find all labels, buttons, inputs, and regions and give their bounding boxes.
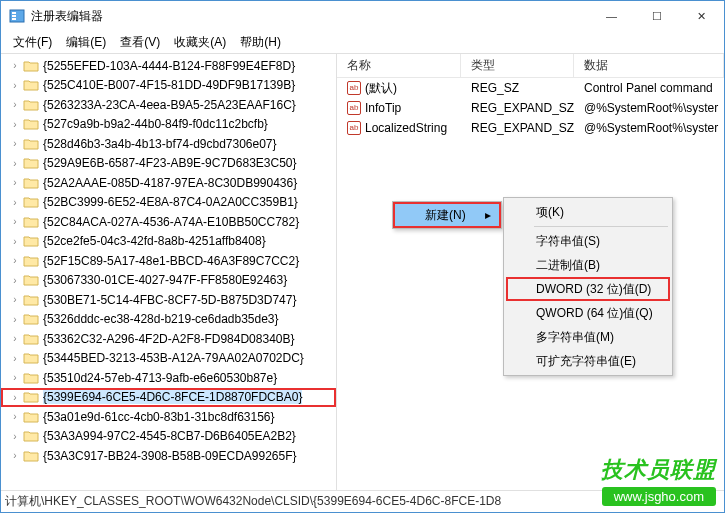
tree-label: {527c9a9b-b9a2-44b0-84f9-f0dc11c2bcfb}	[43, 117, 268, 131]
tree-item[interactable]: ›{527c9a9b-b9a2-44b0-84f9-f0dc11c2bcfb}	[1, 115, 336, 135]
window-title: 注册表编辑器	[31, 8, 589, 25]
expand-icon[interactable]: ›	[9, 197, 21, 208]
expand-icon[interactable]: ›	[9, 80, 21, 91]
column-data[interactable]: 数据	[574, 54, 724, 77]
tree-item[interactable]: ›{530BE71-5C14-4FBC-8CF7-5D-B875D3D747}	[1, 290, 336, 310]
tree-item[interactable]: ›{52F15C89-5A17-48e1-BBCD-46A3F89C7CC2}	[1, 251, 336, 271]
menubar: 文件(F) 编辑(E) 查看(V) 收藏夹(A) 帮助(H)	[1, 31, 724, 53]
tree-label: {53a01e9d-61cc-4cb0-83b1-31bc8df63156}	[43, 410, 275, 424]
column-name[interactable]: 名称	[337, 54, 461, 77]
menu-favorites[interactable]: 收藏夹(A)	[168, 32, 232, 53]
tree-item[interactable]: ›{5255EFED-103A-4444-B124-F88F99E4EF8D}	[1, 56, 336, 76]
submenu-expand[interactable]: 可扩充字符串值(E)	[506, 349, 670, 373]
tree-item[interactable]: ›{53A3C917-BB24-3908-B58B-09ECDA99265F}	[1, 446, 336, 466]
expand-icon[interactable]: ›	[9, 216, 21, 227]
context-menu-new: 新建(N) ▸	[392, 201, 502, 229]
list-panel: 名称 类型 数据 ab(默认)REG_SZControl Panel comma…	[337, 54, 724, 490]
expand-icon[interactable]: ›	[9, 333, 21, 344]
expand-icon[interactable]: ›	[9, 353, 21, 364]
tree-item[interactable]: ›{5263233A-23CA-4eea-B9A5-25A23EAAF16C}	[1, 95, 336, 115]
close-button[interactable]: ✕	[679, 1, 724, 31]
value-name: LocalizedString	[365, 121, 447, 135]
menu-edit[interactable]: 编辑(E)	[60, 32, 112, 53]
tree-label: {52C84ACA-027A-4536-A74A-E10BB50CC782}	[43, 215, 299, 229]
string-value-icon: ab	[347, 81, 361, 95]
submenu-dword[interactable]: DWORD (32 位)值(D)	[506, 277, 670, 301]
list-row[interactable]: abLocalizedStringREG_EXPAND_SZ@%SystemRo…	[337, 118, 724, 138]
tree-item[interactable]: ›{53510d24-57eb-4713-9afb-e6e60530b87e}	[1, 368, 336, 388]
column-type[interactable]: 类型	[461, 54, 574, 77]
value-name: InfoTip	[365, 101, 401, 115]
expand-icon[interactable]: ›	[9, 392, 21, 403]
tree-label: {529A9E6B-6587-4F23-AB9E-9C7D683E3C50}	[43, 156, 297, 170]
tree-item[interactable]: ›{52BC3999-6E52-4E8A-87C4-0A2A0CC359B1}	[1, 193, 336, 213]
tree-item[interactable]: ›{525C410E-B007-4F15-81DD-49DF9B17139B}	[1, 76, 336, 96]
tree-label: {52BC3999-6E52-4E8A-87C4-0A2A0CC359B1}	[43, 195, 298, 209]
value-type: REG_EXPAND_SZ	[461, 121, 574, 135]
expand-icon[interactable]: ›	[9, 275, 21, 286]
tree-label: {5399E694-6CE5-4D6C-8FCE-1D8870FDCBA0}	[43, 390, 302, 404]
submenu-multi[interactable]: 多字符串值(M)	[506, 325, 670, 349]
tree-item[interactable]: ›{53362C32-A296-4F2D-A2F8-FD984D08340B}	[1, 329, 336, 349]
tree-label: {53067330-01CE-4027-947F-FF8580E92463}	[43, 273, 287, 287]
expand-icon[interactable]: ›	[9, 138, 21, 149]
menu-divider	[534, 226, 668, 227]
submenu-binary[interactable]: 二进制值(B)	[506, 253, 670, 277]
menu-file[interactable]: 文件(F)	[7, 32, 58, 53]
expand-icon[interactable]: ›	[9, 177, 21, 188]
maximize-button[interactable]: ☐	[634, 1, 679, 31]
tree-item[interactable]: ›{53445BED-3213-453B-A12A-79AA02A0702DC}	[1, 349, 336, 369]
tree-label: {5326dddc-ec38-428d-b219-ce6dadb35de3}	[43, 312, 279, 326]
tree-label: {52F15C89-5A17-48e1-BBCD-46A3F89C7CC2}	[43, 254, 299, 268]
tree-panel: ›{5255EFED-103A-4444-B124-F88F99E4EF8D}›…	[1, 54, 337, 490]
chevron-right-icon: ▸	[485, 208, 491, 222]
submenu-key[interactable]: 项(K)	[506, 200, 670, 224]
value-data: @%SystemRoot%\syster	[574, 121, 724, 135]
tree-label: {530BE71-5C14-4FBC-8CF7-5D-B875D3D747}	[43, 293, 296, 307]
tree-item[interactable]: ›{52A2AAAE-085D-4187-97EA-8C30DB990436}	[1, 173, 336, 193]
app-icon	[9, 8, 25, 24]
string-value-icon: ab	[347, 121, 361, 135]
menu-help[interactable]: 帮助(H)	[234, 32, 287, 53]
tree-item[interactable]: ›{5326dddc-ec38-428d-b219-ce6dadb35de3}	[1, 310, 336, 330]
tree-label: {53A3C917-BB24-3908-B58B-09ECDA99265F}	[43, 449, 297, 463]
tree-item[interactable]: ›{53067330-01CE-4027-947F-FF8580E92463}	[1, 271, 336, 291]
tree-item[interactable]: ›{529A9E6B-6587-4F23-AB9E-9C7D683E3C50}	[1, 154, 336, 174]
expand-icon[interactable]: ›	[9, 236, 21, 247]
expand-icon[interactable]: ›	[9, 60, 21, 71]
statusbar: 计算机\HKEY_CLASSES_ROOT\WOW6432Node\CLSID\…	[1, 490, 724, 512]
tree-item[interactable]: ›{5399E694-6CE5-4D6C-8FCE-1D8870FDCBA0}	[1, 388, 336, 408]
tree-label: {5263233A-23CA-4eea-B9A5-25A23EAAF16C}	[43, 98, 296, 112]
list-row[interactable]: abInfoTipREG_EXPAND_SZ@%SystemRoot%\syst…	[337, 98, 724, 118]
list-row[interactable]: ab(默认)REG_SZControl Panel command	[337, 78, 724, 98]
submenu-string[interactable]: 字符串值(S)	[506, 229, 670, 253]
expand-icon[interactable]: ›	[9, 450, 21, 461]
expand-icon[interactable]: ›	[9, 411, 21, 422]
tree-item[interactable]: ›{528d46b3-3a4b-4b13-bf74-d9cbd7306e07}	[1, 134, 336, 154]
expand-icon[interactable]: ›	[9, 294, 21, 305]
tree-item[interactable]: ›{52ce2fe5-04c3-42fd-8a8b-4251affb8408}	[1, 232, 336, 252]
menu-view[interactable]: 查看(V)	[114, 32, 166, 53]
tree-label: {5255EFED-103A-4444-B124-F88F99E4EF8D}	[43, 59, 295, 73]
value-type: REG_SZ	[461, 81, 574, 95]
expand-icon[interactable]: ›	[9, 431, 21, 442]
submenu-qword[interactable]: QWORD (64 位)值(Q)	[506, 301, 670, 325]
tree-label: {528d46b3-3a4b-4b13-bf74-d9cbd7306e07}	[43, 137, 277, 151]
expand-icon[interactable]: ›	[9, 314, 21, 325]
expand-icon[interactable]: ›	[9, 158, 21, 169]
titlebar: 注册表编辑器 — ☐ ✕	[1, 1, 724, 31]
string-value-icon: ab	[347, 101, 361, 115]
value-data: @%SystemRoot%\syster	[574, 101, 724, 115]
expand-icon[interactable]: ›	[9, 372, 21, 383]
tree-item[interactable]: ›{52C84ACA-027A-4536-A74A-E10BB50CC782}	[1, 212, 336, 232]
expand-icon[interactable]: ›	[9, 99, 21, 110]
tree-item[interactable]: ›{53A3A994-97C2-4545-8CB7-D6B6405EA2B2}	[1, 427, 336, 447]
context-new-item[interactable]: 新建(N) ▸	[393, 202, 501, 228]
svg-rect-2	[12, 15, 16, 17]
expand-icon[interactable]: ›	[9, 255, 21, 266]
expand-icon[interactable]: ›	[9, 119, 21, 130]
minimize-button[interactable]: —	[589, 1, 634, 31]
tree-label: {53445BED-3213-453B-A12A-79AA02A0702DC}	[43, 351, 304, 365]
window-controls: — ☐ ✕	[589, 1, 724, 31]
tree-item[interactable]: ›{53a01e9d-61cc-4cb0-83b1-31bc8df63156}	[1, 407, 336, 427]
